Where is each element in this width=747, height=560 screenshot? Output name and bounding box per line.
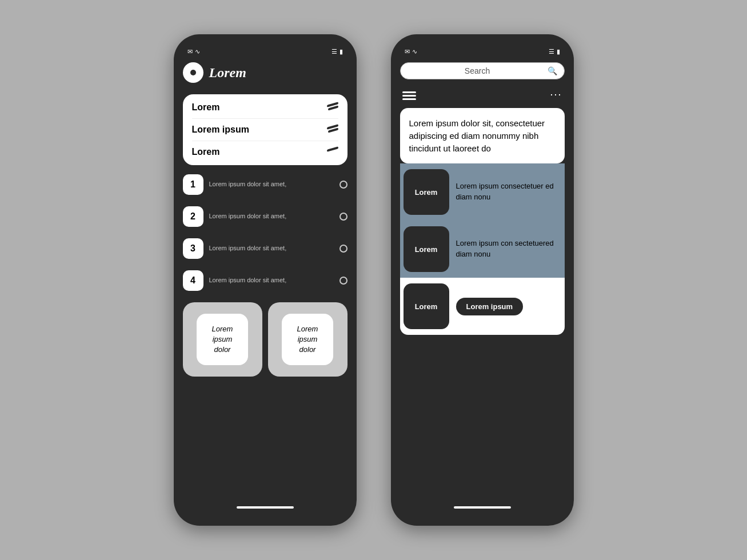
content-item-1[interactable]: Lorem Lorem ipsum consectetuer ed diam n…	[400, 163, 565, 221]
content-text-1: Lorem ipsum consectetuer ed diam nonu	[456, 181, 561, 203]
phone2-content: Search 🔍 ⋮ Lorem ipsum dolor sit, consec…	[400, 60, 565, 501]
list-item-3[interactable]: 3 Lorem ipsum dolor sit amet,	[183, 236, 347, 261]
phone-2: ✉ ∿ ☰ ▮ Search 🔍 ⋮ Lorem ipsum dol	[391, 34, 574, 526]
signal-icon: ☰	[331, 48, 337, 55]
search-placeholder: Search	[408, 66, 548, 75]
wifi-icon: ∿	[195, 48, 200, 55]
hamburger-bar	[402, 98, 416, 100]
hamburger-icon[interactable]	[402, 91, 416, 100]
battery-icon: ▮	[339, 48, 343, 55]
menu-label-3: Lorem	[192, 147, 220, 157]
signal-icon-2: ☰	[549, 48, 554, 55]
wifi-icon-2: ∿	[412, 48, 417, 55]
list-number-3: 3	[183, 238, 203, 259]
content-thumb-3: Lorem	[404, 283, 449, 329]
content-text-2: Lorem ipsum con sectetuered diam nonu	[456, 238, 561, 260]
menu-row-2: Lorem ipsum	[192, 125, 338, 135]
nav-row: ⋮	[400, 84, 565, 108]
list-toggle-2[interactable]	[339, 213, 347, 221]
msg-icon: ✉	[187, 48, 193, 55]
status-bar-1: ✉ ∿ ☰ ▮	[183, 46, 347, 60]
tiles-row: Loremipsumdolor Loremipsumdolor	[183, 302, 347, 377]
menu-label-2: Lorem ipsum	[192, 125, 249, 135]
list-text-4: Lorem ipsum dolor sit amet,	[209, 276, 334, 285]
thumb-label-1: Lorem	[415, 188, 438, 197]
chevron-icon-3	[327, 148, 338, 156]
list-number-4: 4	[183, 270, 203, 291]
tile-2[interactable]: Loremipsumdolor	[268, 302, 347, 377]
battery-icon-2: ▮	[557, 48, 560, 55]
list-toggle-3[interactable]	[339, 245, 347, 253]
menu-label-1: Lorem	[192, 102, 220, 113]
search-icon: 🔍	[548, 66, 557, 75]
home-indicator-1	[237, 506, 294, 509]
menu-row-3: Lorem	[192, 147, 338, 157]
msg-icon-2: ✉	[405, 48, 410, 55]
list-number-1: 1	[183, 174, 203, 195]
more-options-icon[interactable]: ⋮	[549, 89, 563, 102]
hamburger-bar	[402, 95, 416, 97]
logo-circle	[183, 62, 203, 83]
list-item-2[interactable]: 2 Lorem ipsum dolor sit amet,	[183, 204, 347, 229]
home-indicator-2	[454, 506, 511, 509]
list-item-4[interactable]: 4 Lorem ipsum dolor sit amet,	[183, 268, 347, 293]
list-text-1: Lorem ipsum dolor sit amet,	[209, 180, 334, 189]
status-bar-2: ✉ ∿ ☰ ▮	[400, 46, 565, 60]
tile-label-2: Loremipsumdolor	[282, 314, 333, 365]
list-text-2: Lorem ipsum dolor sit amet,	[209, 212, 334, 221]
list-toggle-4[interactable]	[339, 277, 347, 285]
phone1-content: Lorem Lorem Lorem ipsum Lorem	[183, 60, 347, 501]
content-button[interactable]: Lorem ipsum	[456, 298, 524, 315]
list-toggle-1[interactable]	[339, 181, 347, 189]
content-item-2[interactable]: Lorem Lorem ipsum con sectetuered diam n…	[400, 221, 565, 278]
content-thumb-2: Lorem	[404, 226, 449, 272]
thumb-label-3: Lorem	[415, 302, 438, 311]
chevron-icon-1	[327, 103, 338, 111]
hero-card: Lorem ipsum dolor sit, consectetuer adip…	[400, 108, 565, 163]
search-bar[interactable]: Search 🔍	[400, 62, 565, 79]
menu-row-1: Lorem	[192, 102, 338, 113]
tile-1[interactable]: Loremipsumdolor	[183, 302, 262, 377]
search-bar-wrap: Search 🔍	[400, 60, 565, 84]
phone-1: ✉ ∿ ☰ ▮ Lorem Lorem L	[174, 34, 357, 526]
content-item-3[interactable]: Lorem Lorem ipsum	[400, 278, 565, 335]
chevron-icon-2	[327, 126, 338, 134]
app-title: Lorem	[209, 65, 246, 81]
thumb-label-2: Lorem	[415, 245, 438, 254]
content-list: Lorem Lorem ipsum consectetuer ed diam n…	[400, 163, 565, 501]
tile-label-1: Loremipsumdolor	[197, 314, 248, 365]
content-thumb-1: Lorem	[404, 169, 449, 215]
hero-text: Lorem ipsum dolor sit, consectetuer adip…	[409, 117, 556, 154]
menu-card: Lorem Lorem ipsum Lorem	[183, 94, 347, 165]
phone1-header: Lorem	[183, 60, 347, 87]
logo-dot	[190, 70, 196, 75]
separator-2	[192, 141, 338, 141]
list-text-3: Lorem ipsum dolor sit amet,	[209, 244, 334, 253]
list-number-2: 2	[183, 206, 203, 227]
hamburger-bar	[402, 91, 416, 93]
list-item-1[interactable]: 1 Lorem ipsum dolor sit amet,	[183, 172, 347, 197]
separator-1	[192, 118, 338, 119]
